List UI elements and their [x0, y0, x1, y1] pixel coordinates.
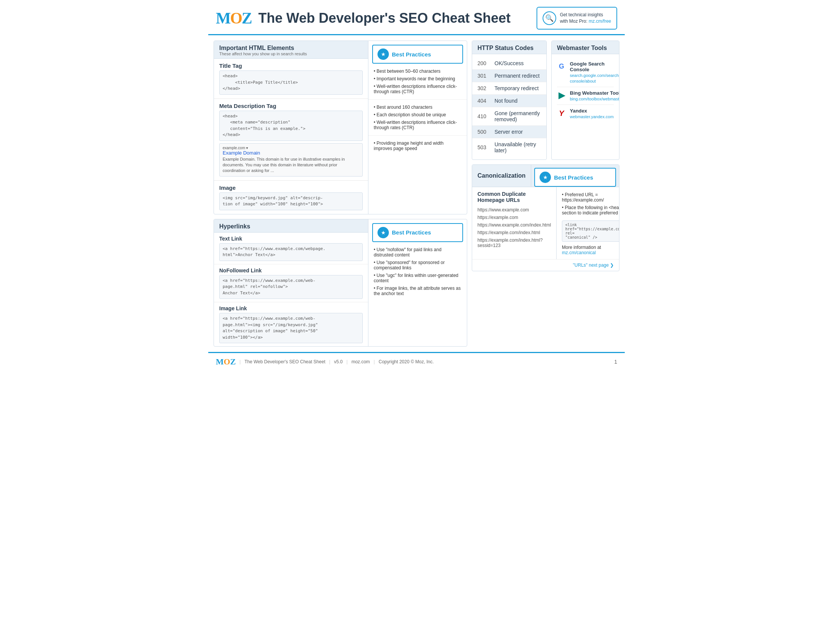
main-content: Important HTML Elements These affect how…: [208, 35, 625, 352]
canon-url-1: https://www.example.com: [478, 206, 551, 214]
cta-link[interactable]: mz.cm/free: [589, 19, 611, 24]
image-heading: Image: [219, 185, 363, 191]
google-name: Google Search Console: [570, 61, 619, 72]
hyperlinks-inner: Hyperlinks Text Link <a href="https://ww…: [214, 219, 467, 347]
canon-left: Common Duplicate Homepage URLs https://w…: [472, 187, 556, 259]
hyperlinks-bp-item: For image links, the alt attribute serve…: [374, 285, 462, 297]
cta-text: Get technical insights with Moz Pro: mz.…: [560, 12, 611, 25]
footer-page-number: 1: [614, 359, 617, 365]
hyperlinks-bp-header: ★ Best Practices: [372, 223, 463, 242]
left-column: Important HTML Elements These affect how…: [214, 40, 467, 347]
google-console-item: G Google Search Console search.google.co…: [557, 58, 614, 87]
next-page-link[interactable]: "URLs" next page ❯: [472, 259, 619, 271]
http-status-title: HTTP Status Codes: [478, 45, 541, 52]
http-code: 200: [478, 60, 495, 66]
http-row-404: 404 Not found: [472, 95, 547, 107]
http-desc: Server error: [495, 129, 523, 135]
google-icon: G: [557, 62, 566, 71]
meta-description-item: Meta Description Tag <head> <meta name="…: [214, 99, 368, 181]
http-row-410: 410 Gone (permanently removed): [472, 107, 547, 126]
meta-description-code: <head> <meta name="description" content=…: [219, 111, 363, 141]
hyperlinks-bp-item: Use "nofollow" for paid links and distru…: [374, 246, 462, 259]
http-status-header: HTTP Status Codes: [472, 41, 547, 54]
google-link[interactable]: search.google.com/search-console/about: [570, 73, 619, 83]
http-row-301: 301 Permanent redirect: [472, 70, 547, 82]
canon-url-2: https://example.com: [478, 214, 551, 221]
title-tag-code: <head> <title>Page Title</title></head>: [219, 71, 363, 95]
yandex-icon: Y: [557, 109, 566, 118]
hyperlinks-section: Hyperlinks Text Link <a href="https://ww…: [214, 219, 467, 347]
header-cta-box: 🔍 Get technical insights with Moz Pro: m…: [537, 7, 617, 29]
http-row-200: 200 OK/Success: [472, 57, 547, 70]
canonicalization-section: Canonicalization ★ Best Practices Common…: [472, 164, 619, 271]
footer-title: The Web Developer's SEO Cheat Sheet: [244, 359, 326, 364]
page-header: MOZ The Web Developer's SEO Cheat Sheet …: [208, 0, 625, 35]
search-preview: example.com ▾ Example Domain Example Dom…: [219, 143, 363, 177]
page-title: The Web Developer's SEO Cheat Sheet: [258, 10, 510, 26]
webmaster-tools-section: Webmaster Tools G Google Search Console …: [551, 40, 619, 160]
http-status-section: HTTP Status Codes 200 OK/Success 301 Per…: [472, 40, 547, 160]
html-bp-right: ★ Best Practices Best between 50–60 char…: [368, 41, 467, 214]
footer-logo: MOZ: [216, 357, 236, 367]
image-item: Image <img src="img/keyword.jpg" alt="de…: [214, 181, 368, 214]
http-code: 301: [478, 73, 495, 79]
nofollowed-heading: NoFollowed Link: [219, 267, 363, 274]
moz-cta-icon: 🔍: [543, 11, 556, 25]
image-code: <img src="img/keyword.jpg" alt="descrip-…: [219, 192, 363, 210]
canon-bp-title: Best Practices: [554, 174, 593, 181]
hyperlinks-header: Hyperlinks: [214, 219, 368, 233]
bp-item: Best between 50–60 characters: [374, 68, 462, 75]
http-row-500: 500 Server error: [472, 126, 547, 138]
webmaster-tools-header: Webmaster Tools: [552, 41, 619, 54]
html-bp-title: Best Practices: [392, 51, 431, 58]
nofollowed-code: <a href="https://www.example.com/web-pag…: [219, 275, 363, 299]
bp-item: Providing image height and width improve…: [374, 139, 462, 152]
http-desc: Temporary redirect: [495, 85, 539, 91]
canon-right: Preferred URL = https://example.com/ Pla…: [556, 187, 619, 259]
image-link-item: Image Link <a href="https://www.example.…: [214, 302, 368, 346]
bing-icon: ▶: [557, 91, 566, 100]
bp-item: Well-written descriptions influence clic…: [374, 82, 462, 95]
bp-item: Important keywords near the beginning: [374, 75, 462, 82]
yandex-info: Yandex webmaster.yandex.com: [570, 108, 614, 119]
canon-url-5: https://example.com/index.html?sessid=12…: [478, 237, 551, 249]
canon-header-row: Canonicalization ★ Best Practices: [472, 165, 619, 187]
preview-desc: Example Domain. This domain is for use i…: [223, 156, 359, 174]
footer-site: moz.com: [351, 359, 370, 364]
http-code: 500: [478, 129, 495, 135]
yandex-name: Yandex: [570, 108, 614, 114]
canon-bp-header-right: ★ Best Practices: [531, 165, 619, 187]
preview-url: example.com ▾: [223, 146, 359, 150]
canon-content-row: Common Duplicate Homepage URLs https://w…: [472, 187, 619, 259]
footer-copyright: Copyright 2020 © Moz, Inc.: [379, 359, 434, 364]
text-link-item: Text Link <a href="https://www.example.c…: [214, 233, 368, 264]
canon-url-3: https://www.example.com/index.html: [478, 221, 551, 229]
http-table: 200 OK/Success 301 Permanent redirect 30…: [472, 54, 547, 159]
http-code: 302: [478, 85, 495, 91]
bing-link[interactable]: bing.com/toolbox/webmaster: [570, 97, 619, 101]
webmaster-list: G Google Search Console search.google.co…: [552, 54, 619, 126]
canon-code-block: <link href="https://example.com/" rel="c…: [562, 221, 619, 242]
bp-badge-icon: ★: [378, 48, 389, 60]
bing-tools-item: ▶ Bing Webmaster Tools bing.com/toolbox/…: [557, 87, 614, 105]
html-elements-inner: Important HTML Elements These affect how…: [214, 41, 467, 214]
http-desc: Permanent redirect: [495, 73, 540, 79]
html-elements-header: Important HTML Elements These affect how…: [214, 41, 368, 59]
image-practices: Providing image height and width improve…: [368, 135, 467, 156]
title-tag-heading: Title Tag: [219, 63, 363, 69]
right-top-row: HTTP Status Codes 200 OK/Success 301 Per…: [472, 40, 619, 160]
http-row-302: 302 Temporary redirect: [472, 82, 547, 95]
canon-url-4: https://example.com/index.html: [478, 229, 551, 237]
http-desc: Not found: [495, 98, 518, 104]
canon-bp-item-2: Place the following in <head> section to…: [562, 204, 619, 217]
html-elements-section: Important HTML Elements These affect how…: [214, 40, 467, 214]
canon-more-link[interactable]: mz.cm/canonical: [562, 250, 596, 255]
html-elements-subtitle: These affect how you show up in search r…: [219, 52, 363, 56]
http-code: 404: [478, 98, 495, 104]
text-link-code: <a href="https://www.example.com/webpage…: [219, 243, 363, 261]
bing-name: Bing Webmaster Tools: [570, 90, 619, 96]
yandex-link[interactable]: webmaster.yandex.com: [570, 114, 614, 119]
title-tag-practices: Best between 50–60 characters Important …: [368, 64, 467, 99]
right-column: HTTP Status Codes 200 OK/Success 301 Per…: [472, 40, 619, 347]
hyperlinks-title: Hyperlinks: [219, 223, 363, 230]
